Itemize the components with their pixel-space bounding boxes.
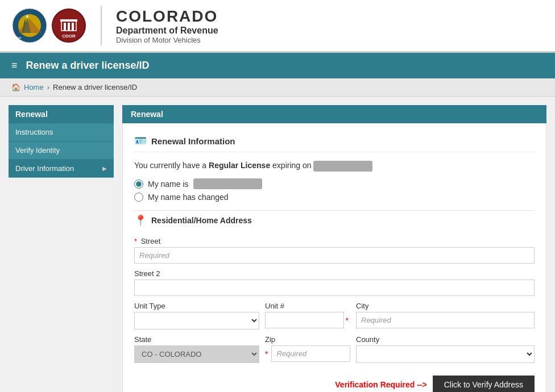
address-header: 📍 Residential/Home Address <box>134 210 535 230</box>
zip-required-star: * <box>265 349 268 358</box>
zip-label: Zip <box>265 335 350 344</box>
unit-num-group: Unit # * <box>265 302 350 328</box>
sidebar-item-driver-information[interactable]: Driver Information <box>9 160 114 178</box>
state-select[interactable]: CO - COLORADO <box>134 345 259 363</box>
sidebar: Renewal Instructions Verify Identity Dri… <box>9 105 114 392</box>
svg-rect-10 <box>68 23 70 31</box>
content-area: Renewal 🪪 Renewal Information You curren… <box>122 105 546 392</box>
page-header: ™ CDOR COLORADO Department of Revenue Di… <box>0 0 555 53</box>
state-col: State CO - COLORADO <box>134 335 259 369</box>
sidebar-item-verify-identity[interactable]: Verify Identity <box>9 141 114 160</box>
license-info-text: You currently have a Regular License exp… <box>134 161 535 172</box>
license-text-mid: expiring on <box>272 161 313 170</box>
name-redacted <box>193 178 262 189</box>
svg-rect-9 <box>64 23 66 31</box>
license-text-pre: You currently have a <box>134 161 206 170</box>
svg-text:™: ™ <box>17 36 22 41</box>
street-required-star: * <box>134 237 137 245</box>
dept-name: Department of Revenue <box>116 26 218 36</box>
county-group: County <box>356 335 535 363</box>
svg-rect-11 <box>72 23 74 31</box>
header-divider <box>101 6 102 45</box>
state-group: State CO - COLORADO <box>134 335 259 363</box>
sidebar-header: Renewal <box>9 105 114 123</box>
page-title: Renew a driver license/ID <box>26 60 150 72</box>
street-group: * Street <box>134 237 535 264</box>
nav-bar: ≡ Renew a driver license/ID <box>0 53 555 78</box>
verify-row: Verification Required --> Click to Verif… <box>134 376 535 392</box>
breadcrumb: 🏠 Home › Renew a driver license/ID <box>0 78 555 97</box>
street2-group: Street 2 <box>134 269 535 296</box>
id-card-icon: 🪪 <box>134 135 147 147</box>
radio-name-is[interactable]: My name is <box>134 178 535 189</box>
street2-input[interactable] <box>134 280 535 296</box>
division-name: Division of Motor Vehicles <box>116 36 218 44</box>
city-label: City <box>356 302 535 310</box>
breadcrumb-current: Renew a driver license/ID <box>53 83 137 91</box>
verify-required-text: Verification Required --> <box>335 380 426 389</box>
unit-type-label: Unit Type <box>134 302 259 310</box>
county-label: County <box>356 335 535 344</box>
logo-images: ™ CDOR <box>11 7 86 44</box>
verify-address-button[interactable]: Click to Verify Address <box>433 376 535 392</box>
county-col: County <box>356 335 535 369</box>
breadcrumb-separator: › <box>47 83 49 91</box>
address-section-label: Residential/Home Address <box>151 216 252 225</box>
content-header: Renewal <box>122 105 546 123</box>
logo-area: ™ CDOR COLORADO Department of Revenue Di… <box>11 6 218 45</box>
state-label: State <box>134 335 259 344</box>
svg-text:CDOR: CDOR <box>62 34 76 39</box>
street2-label: Street 2 <box>134 269 535 278</box>
unit-required-star: * <box>346 316 349 325</box>
location-pin-icon: 📍 <box>134 214 147 227</box>
state-zip-county-row: State CO - COLORADO Zip * <box>134 335 535 369</box>
unit-type-col: Unit Type APT SUITE <box>134 302 259 335</box>
unit-type-group: Unit Type APT SUITE <box>134 302 259 330</box>
city-input[interactable] <box>356 312 535 328</box>
city-col: City <box>356 302 535 334</box>
unit-num-label: Unit # <box>265 302 350 310</box>
radio-name-changed[interactable]: My name has changed <box>134 193 535 202</box>
radio-name-changed-input[interactable] <box>134 193 143 202</box>
zip-input[interactable] <box>271 345 350 362</box>
svg-rect-12 <box>60 19 77 22</box>
unit-num-input[interactable] <box>265 312 344 328</box>
name-radio-group: My name is My name has changed <box>134 178 535 202</box>
colorado-state-logo: ™ <box>11 7 48 44</box>
address-section: 📍 Residential/Home Address * Street Stre… <box>134 210 535 392</box>
county-select[interactable] <box>356 345 535 363</box>
city-group: City <box>356 302 535 328</box>
zip-col: Zip * <box>265 335 350 368</box>
renewal-info-label: Renewal Information <box>151 136 235 146</box>
expiry-date-redacted <box>313 161 372 172</box>
content-body: 🪪 Renewal Information You currently have… <box>122 123 546 392</box>
breadcrumb-home[interactable]: Home <box>24 83 44 91</box>
unit-city-row: Unit Type APT SUITE Unit # <box>134 302 535 335</box>
street-input[interactable] <box>134 247 535 264</box>
main-layout: Renewal Instructions Verify Identity Dri… <box>0 97 555 392</box>
header-text: COLORADO Department of Revenue Division … <box>116 7 218 44</box>
renewal-info-header: 🪪 Renewal Information <box>134 135 535 152</box>
unit-num-col: Unit # * <box>265 302 350 334</box>
state-name: COLORADO <box>116 7 218 26</box>
sidebar-item-instructions[interactable]: Instructions <box>9 123 114 141</box>
radio-name-is-input[interactable] <box>134 180 143 189</box>
license-type: Regular License <box>209 161 270 170</box>
street-label: * Street <box>134 237 535 245</box>
zip-group: Zip * <box>265 335 350 362</box>
unit-type-select[interactable]: APT SUITE <box>134 312 259 330</box>
radio-name-is-label: My name is <box>148 180 189 189</box>
radio-name-changed-label: My name has changed <box>148 193 229 202</box>
hamburger-icon[interactable]: ≡ <box>11 60 18 72</box>
cdor-logo: CDOR <box>51 8 86 43</box>
home-icon: 🏠 <box>11 83 20 91</box>
